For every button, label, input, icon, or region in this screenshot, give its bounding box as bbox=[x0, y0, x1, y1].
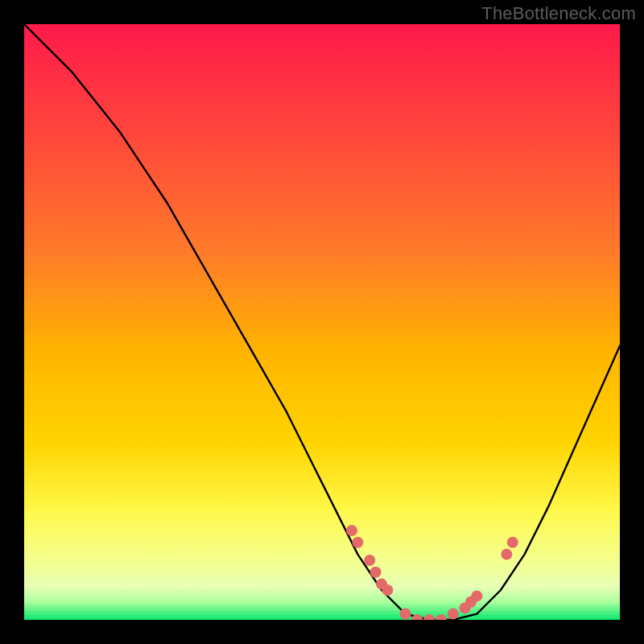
svg-rect-11 bbox=[24, 552, 620, 554]
svg-rect-18 bbox=[24, 577, 620, 579]
svg-rect-15 bbox=[24, 566, 620, 568]
highlight-point bbox=[382, 584, 393, 596]
highlight-point bbox=[364, 555, 375, 566]
svg-rect-25 bbox=[24, 602, 620, 604]
svg-rect-14 bbox=[24, 563, 620, 564]
svg-rect-10 bbox=[24, 548, 620, 550]
svg-rect-13 bbox=[24, 559, 620, 561]
watermark-text: TheBottleneck.com bbox=[481, 3, 636, 24]
svg-rect-0 bbox=[24, 513, 620, 514]
svg-rect-26 bbox=[24, 605, 620, 607]
svg-rect-2 bbox=[24, 520, 620, 522]
highlight-point bbox=[501, 549, 512, 560]
svg-rect-17 bbox=[24, 573, 620, 575]
highlight-point bbox=[507, 537, 518, 548]
svg-rect-6 bbox=[24, 534, 620, 535]
bottleneck-chart bbox=[24, 24, 620, 620]
svg-rect-24 bbox=[24, 598, 620, 600]
svg-rect-3 bbox=[24, 523, 620, 525]
svg-rect-20 bbox=[24, 584, 620, 586]
svg-rect-21 bbox=[24, 588, 620, 589]
svg-rect-19 bbox=[24, 580, 620, 582]
svg-rect-1 bbox=[24, 516, 620, 518]
svg-rect-4 bbox=[24, 527, 620, 529]
svg-rect-28 bbox=[24, 613, 620, 614]
svg-rect-12 bbox=[24, 555, 620, 557]
svg-rect-16 bbox=[24, 570, 620, 572]
highlight-point bbox=[448, 609, 459, 620]
highlight-point bbox=[471, 590, 482, 601]
svg-rect-9 bbox=[24, 545, 620, 547]
svg-rect-22 bbox=[24, 591, 620, 592]
svg-rect-7 bbox=[24, 538, 620, 539]
svg-rect-23 bbox=[24, 595, 620, 597]
highlight-point bbox=[352, 537, 363, 548]
highlight-point bbox=[370, 567, 382, 578]
svg-rect-29 bbox=[24, 617, 620, 618]
highlight-point bbox=[400, 609, 411, 620]
svg-rect-27 bbox=[24, 609, 620, 611]
svg-rect-5 bbox=[24, 530, 620, 532]
highlight-point bbox=[346, 525, 357, 536]
chart-stage: TheBottleneck.com bbox=[0, 0, 644, 644]
